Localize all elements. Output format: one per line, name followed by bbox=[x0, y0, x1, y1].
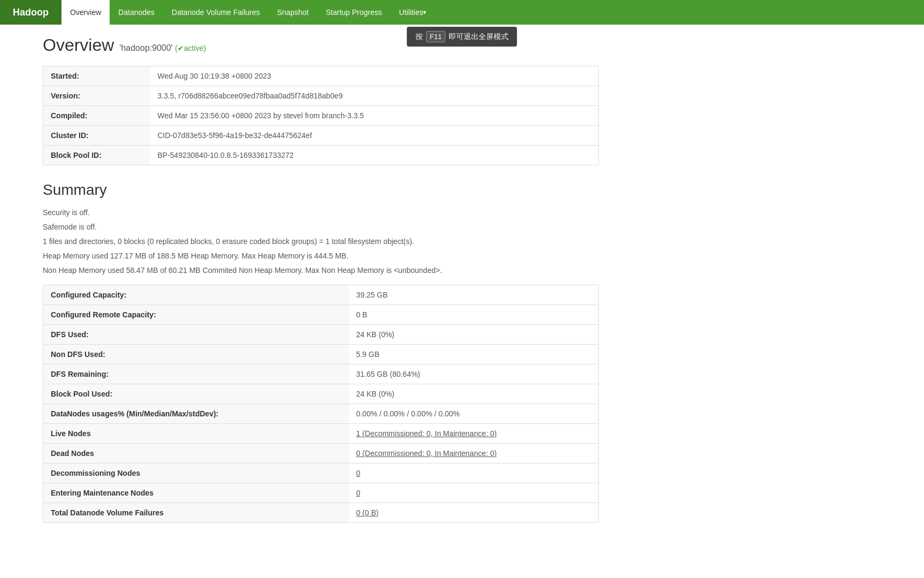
active-badge: (✔active) bbox=[175, 44, 206, 52]
navbar: Hadoop Overview Datanodes Datanode Volum… bbox=[0, 0, 924, 25]
summary-label-cell: DFS Used: bbox=[43, 325, 349, 345]
table-row: Dead Nodes 0 (Decommissioned: 0, In Main… bbox=[43, 444, 599, 463]
summary-line: Heap Memory used 127.17 MB of 188.5 MB H… bbox=[43, 250, 599, 262]
page-subtitle-host: 'hadoop:9000' bbox=[119, 43, 173, 52]
summary-label-cell: Configured Capacity: bbox=[43, 285, 349, 305]
table-row: Started: Wed Aug 30 10:19:38 +0800 2023 bbox=[43, 66, 599, 86]
summary-label-cell: DFS Remaining: bbox=[43, 364, 349, 384]
table-row: Compiled: Wed Mar 15 23:56:00 +0800 2023… bbox=[43, 106, 599, 126]
nav-item-startup-progress: Startup Progress bbox=[317, 0, 390, 25]
summary-value-cell[interactable]: 1 (Decommissioned: 0, In Maintenance: 0) bbox=[349, 424, 599, 444]
table-row: Version: 3.3.5, r706d88266abcee09ed78fba… bbox=[43, 86, 599, 106]
table-row: Cluster ID: CID-07d83e53-5f96-4a19-be32-… bbox=[43, 126, 599, 146]
summary-line: Safemode is off. bbox=[43, 222, 599, 233]
table-row: Non DFS Used: 5.9 GB bbox=[43, 345, 599, 364]
table-row: Configured Remote Capacity: 0 B bbox=[43, 305, 599, 325]
nav-list: Overview Datanodes Datanode Volume Failu… bbox=[61, 0, 435, 25]
summary-title: Summary bbox=[43, 181, 599, 199]
summary-value-cell: 0 B bbox=[349, 305, 599, 325]
info-table: Started: Wed Aug 30 10:19:38 +0800 2023 … bbox=[43, 66, 599, 165]
nav-item-utilities: Utilities bbox=[390, 0, 435, 25]
summary-value-cell: 5.9 GB bbox=[349, 345, 599, 364]
summary-value-cell[interactable]: 0 (0 B) bbox=[349, 503, 599, 523]
summary-label-cell: Dead Nodes bbox=[43, 444, 349, 463]
summary-line: Non Heap Memory used 58.47 MB of 60.21 M… bbox=[43, 265, 599, 276]
summary-value-cell: 39.25 GB bbox=[349, 285, 599, 305]
page-subtitle: 'hadoop:9000' (✔active) bbox=[119, 43, 206, 53]
summary-value-cell[interactable]: 0 bbox=[349, 483, 599, 503]
table-row: Block Pool ID: BP-549230840-10.0.8.5-169… bbox=[43, 146, 599, 165]
fullscreen-tooltip: 按 F11 即可退出全屏模式 bbox=[407, 27, 517, 47]
table-cell-label: Started: bbox=[43, 66, 150, 86]
summary-value-cell[interactable]: 0 (Decommissioned: 0, In Maintenance: 0) bbox=[349, 444, 599, 463]
table-cell-label: Block Pool ID: bbox=[43, 146, 150, 165]
summary-line: 1 files and directories, 0 blocks (0 rep… bbox=[43, 236, 599, 247]
nav-link-utilities[interactable]: Utilities bbox=[390, 0, 435, 25]
table-row: Decommissioning Nodes 0 bbox=[43, 463, 599, 483]
table-row: Live Nodes 1 (Decommissioned: 0, In Main… bbox=[43, 424, 599, 444]
tooltip-key: F11 bbox=[426, 31, 445, 42]
table-cell-label: Cluster ID: bbox=[43, 126, 150, 146]
table-row: Entering Maintenance Nodes 0 bbox=[43, 483, 599, 503]
nav-link-startup-progress[interactable]: Startup Progress bbox=[317, 0, 390, 25]
table-row: Total Datanode Volume Failures 0 (0 B) bbox=[43, 503, 599, 523]
summary-label-cell: Block Pool Used: bbox=[43, 384, 349, 404]
nav-item-snapshot: Snapshot bbox=[268, 0, 317, 25]
summary-line: Security is off. bbox=[43, 207, 599, 218]
summary-label-cell: Entering Maintenance Nodes bbox=[43, 483, 349, 503]
nav-link-overview[interactable]: Overview bbox=[61, 0, 110, 25]
nav-item-overview: Overview bbox=[61, 0, 110, 25]
nav-link-datanode-volume-failures[interactable]: Datanode Volume Failures bbox=[163, 0, 268, 25]
table-cell-label: Compiled: bbox=[43, 106, 150, 126]
summary-value-cell[interactable]: 0 bbox=[349, 463, 599, 483]
nav-link-datanodes[interactable]: Datanodes bbox=[110, 0, 163, 25]
nav-link-snapshot[interactable]: Snapshot bbox=[268, 0, 317, 25]
table-cell-label: Version: bbox=[43, 86, 150, 106]
summary-lines: Security is off.Safemode is off.1 files … bbox=[43, 207, 599, 276]
summary-label-cell: Non DFS Used: bbox=[43, 345, 349, 364]
summary-label-cell: DataNodes usages% (Min/Median/Max/stdDev… bbox=[43, 404, 349, 424]
summary-label-cell: Configured Remote Capacity: bbox=[43, 305, 349, 325]
nav-item-datanode-volume-failures: Datanode Volume Failures bbox=[163, 0, 268, 25]
summary-label-cell: Decommissioning Nodes bbox=[43, 463, 349, 483]
summary-value-cell: 0.00% / 0.00% / 0.00% / 0.00% bbox=[349, 404, 599, 424]
table-row: DataNodes usages% (Min/Median/Max/stdDev… bbox=[43, 404, 599, 424]
summary-value-cell: 31.65 GB (80.64%) bbox=[349, 364, 599, 384]
summary-table: Configured Capacity: 39.25 GB Configured… bbox=[43, 285, 599, 523]
summary-value-cell: 24 KB (0%) bbox=[349, 384, 599, 404]
summary-value-cell: 24 KB (0%) bbox=[349, 325, 599, 345]
table-row: Configured Capacity: 39.25 GB bbox=[43, 285, 599, 305]
table-cell-value: Wed Mar 15 23:56:00 +0800 2023 by stevel… bbox=[150, 106, 599, 126]
table-cell-value: BP-549230840-10.0.8.5-1693361733272 bbox=[150, 146, 599, 165]
table-row: DFS Used: 24 KB (0%) bbox=[43, 325, 599, 345]
navbar-brand[interactable]: Hadoop bbox=[0, 0, 61, 25]
main-content: Overview 'hadoop:9000' (✔active) Started… bbox=[0, 25, 642, 534]
table-row: Block Pool Used: 24 KB (0%) bbox=[43, 384, 599, 404]
nav-item-datanodes: Datanodes bbox=[110, 0, 163, 25]
summary-label-cell: Live Nodes bbox=[43, 424, 349, 444]
table-cell-value: CID-07d83e53-5f96-4a19-be32-de44475624ef bbox=[150, 126, 599, 146]
page-title-text: Overview bbox=[43, 35, 114, 55]
table-cell-value: 3.3.5, r706d88266abcee09ed78fbaa0ad5f74d… bbox=[150, 86, 599, 106]
summary-label-cell: Total Datanode Volume Failures bbox=[43, 503, 349, 523]
tooltip-prefix: 按 bbox=[415, 32, 423, 42]
table-cell-value: Wed Aug 30 10:19:38 +0800 2023 bbox=[150, 66, 599, 86]
table-row: DFS Remaining: 31.65 GB (80.64%) bbox=[43, 364, 599, 384]
tooltip-suffix: 即可退出全屏模式 bbox=[449, 32, 509, 42]
